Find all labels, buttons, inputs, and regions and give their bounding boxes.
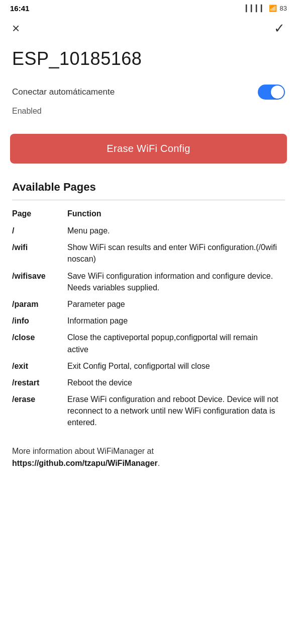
row-function-0: Menu page. — [67, 222, 285, 239]
available-pages-section: Available Pages Page Function /Menu page… — [0, 176, 297, 431]
row-page-8: /erase — [12, 391, 67, 431]
row-page-4: /info — [12, 312, 67, 329]
row-page-5: /close — [12, 329, 67, 357]
connect-row: Conectar automáticamente — [0, 79, 297, 105]
section-divider — [12, 200, 285, 200]
table-header-row: Page Function — [12, 207, 285, 222]
row-function-7: Reboot the device — [67, 374, 285, 391]
auto-connect-toggle[interactable] — [258, 85, 285, 100]
row-function-6: Exit Config Portal, configportal will cl… — [67, 358, 285, 374]
table-row: /wifiShow WiFi scan results and enter Wi… — [12, 239, 285, 267]
table-row: /exitExit Config Portal, configportal wi… — [12, 358, 285, 374]
row-page-7: /restart — [12, 374, 67, 391]
available-pages-heading: Available Pages — [12, 181, 285, 194]
battery-icon: 83 — [280, 5, 287, 12]
pages-table: Page Function /Menu page./wifiShow WiFi … — [12, 207, 285, 431]
row-function-4: Information page — [67, 312, 285, 329]
row-page-3: /param — [12, 296, 67, 312]
enabled-status: Enabled — [0, 105, 297, 120]
check-icon[interactable]: ✓ — [274, 21, 285, 36]
status-bar: 16:41 ▎▎▎▎ 📶 83 — [0, 0, 297, 16]
table-row: /wifisaveSave WiFi configuration informa… — [12, 268, 285, 296]
page-title-section: ESP_10185168 — [0, 44, 297, 79]
footer-text-content: More information about WiFiManager at — [12, 447, 154, 455]
row-page-6: /exit — [12, 358, 67, 374]
footer-suffix: . — [158, 459, 160, 467]
erase-wifi-button[interactable]: Erase WiFi Config — [10, 134, 287, 164]
signal-icon: ▎▎▎▎ — [246, 5, 266, 12]
footer-text: More information about WiFiManager at ht… — [12, 445, 285, 469]
row-function-2: Save WiFi configuration information and … — [67, 268, 285, 296]
row-page-2: /wifisave — [12, 268, 67, 296]
row-page-0: / — [12, 222, 67, 239]
page-title: ESP_10185168 — [12, 48, 285, 69]
table-row: /paramParameter page — [12, 296, 285, 312]
table-row: /closeClose the captiveportal popup,conf… — [12, 329, 285, 357]
table-row: /Menu page. — [12, 222, 285, 239]
table-row: /infoInformation page — [12, 312, 285, 329]
status-time: 16:41 — [10, 4, 29, 13]
toggle-knob — [271, 86, 284, 99]
close-icon[interactable]: × — [12, 21, 20, 36]
table-row: /eraseErase WiFi configuration and reboo… — [12, 391, 285, 431]
col-function: Function — [67, 207, 285, 222]
col-page: Page — [12, 207, 67, 222]
row-function-8: Erase WiFi configuration and reboot Devi… — [67, 391, 285, 431]
footer-section: More information about WiFiManager at ht… — [0, 431, 297, 485]
status-icons: ▎▎▎▎ 📶 83 — [246, 5, 287, 12]
connect-label: Conectar automáticamente — [12, 87, 115, 97]
row-function-5: Close the captiveportal popup,configport… — [67, 329, 285, 357]
row-page-1: /wifi — [12, 239, 67, 267]
wifi-icon: 📶 — [269, 5, 277, 12]
footer-link[interactable]: https://github.com/tzapu/WiFiManager — [12, 459, 158, 467]
row-function-3: Parameter page — [67, 296, 285, 312]
top-nav: × ✓ — [0, 16, 297, 44]
row-function-1: Show WiFi scan results and enter WiFi co… — [67, 239, 285, 267]
erase-button-section: Erase WiFi Config — [0, 130, 297, 176]
table-row: /restartReboot the device — [12, 374, 285, 391]
